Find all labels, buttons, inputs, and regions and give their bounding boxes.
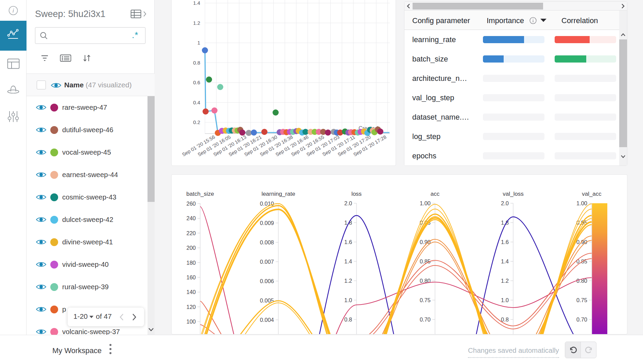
svg-text:0.006: 0.006: [260, 278, 274, 284]
svg-text:1.4: 1.4: [193, 0, 200, 6]
svg-text:1.6: 1.6: [501, 239, 509, 245]
svg-text:acc: acc: [431, 191, 440, 197]
svg-text:0.4: 0.4: [193, 100, 200, 105]
svg-text:1.2: 1.2: [193, 20, 200, 26]
svg-text:0.75: 0.75: [420, 297, 431, 303]
svg-text:0.2: 0.2: [193, 119, 200, 125]
svg-text:220: 220: [186, 230, 196, 236]
svg-text:1: 1: [197, 40, 200, 46]
svg-text:1.6: 1.6: [344, 239, 352, 245]
svg-text:i: i: [13, 7, 14, 14]
svg-text:0.004: 0.004: [260, 317, 274, 323]
svg-text:120: 120: [186, 304, 196, 310]
svg-text:0.8: 0.8: [193, 60, 200, 66]
svg-text:1.0: 1.0: [344, 297, 352, 303]
svg-text:260: 260: [186, 201, 196, 207]
svg-text:0.70: 0.70: [576, 316, 587, 323]
svg-text:1.00: 1.00: [420, 200, 431, 206]
svg-text:1.4: 1.4: [501, 258, 509, 264]
svg-text:1.4: 1.4: [344, 258, 352, 264]
svg-text:batch_size: batch_size: [186, 191, 214, 197]
svg-text:0.8: 0.8: [344, 316, 352, 323]
svg-text:1.2: 1.2: [344, 278, 352, 284]
svg-text:0.85: 0.85: [420, 258, 431, 264]
svg-text:160: 160: [186, 274, 196, 280]
svg-text:0.8: 0.8: [501, 316, 509, 323]
svg-text:100: 100: [186, 318, 196, 325]
svg-text:200: 200: [186, 245, 196, 251]
svg-text:180: 180: [186, 260, 196, 266]
svg-text:0.75: 0.75: [576, 297, 587, 303]
svg-text:240: 240: [186, 215, 196, 221]
svg-text:0.70: 0.70: [420, 316, 431, 323]
svg-text:2.0: 2.0: [501, 200, 509, 206]
svg-text:1.2: 1.2: [501, 278, 509, 284]
svg-text:0.008: 0.008: [260, 239, 274, 245]
svg-text:0.6: 0.6: [193, 80, 200, 85]
svg-text:1.0: 1.0: [501, 297, 509, 303]
svg-text:0.010: 0.010: [260, 201, 274, 207]
svg-text:0.009: 0.009: [260, 220, 274, 226]
svg-text:2.0: 2.0: [344, 200, 352, 206]
svg-text:val_loss: val_loss: [503, 191, 523, 197]
svg-text:0.007: 0.007: [260, 259, 274, 265]
svg-text:loss: loss: [351, 191, 362, 197]
svg-text:learning_rate: learning_rate: [261, 191, 295, 197]
svg-text:140: 140: [186, 289, 196, 295]
svg-text:1.00: 1.00: [576, 200, 587, 206]
svg-text:val_acc: val_acc: [582, 191, 602, 197]
